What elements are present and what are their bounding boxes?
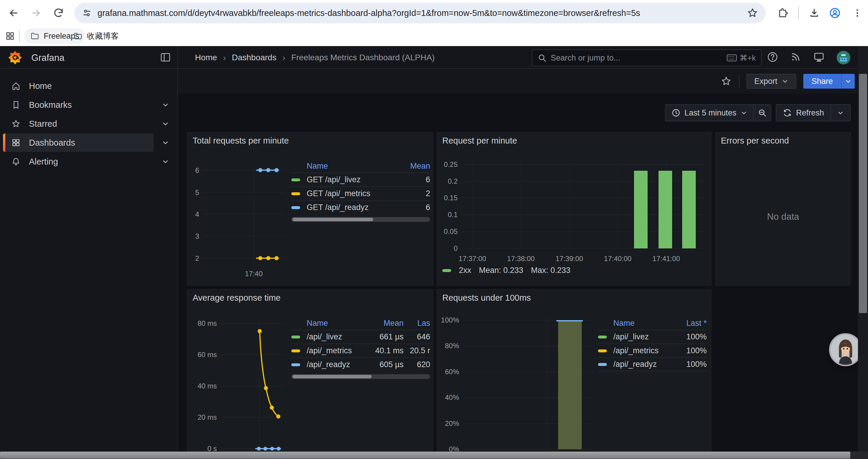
vertical-scrollbar-thumb[interactable] xyxy=(859,74,867,313)
forward-icon[interactable] xyxy=(30,6,42,20)
search-icon xyxy=(538,54,547,62)
share-menu-button[interactable] xyxy=(841,74,855,89)
legend-scrollbar[interactable] xyxy=(291,217,430,222)
series-name[interactable]: /api/_metrics xyxy=(613,346,674,355)
series-name[interactable]: GET /api/_metrics xyxy=(307,189,409,198)
series-name[interactable]: GET /api/_livez xyxy=(307,175,409,184)
dashboard-actions-bar: Export Share xyxy=(178,69,868,94)
chevron-down-icon[interactable] xyxy=(154,152,177,171)
svg-text:17:37:00: 17:37:00 xyxy=(459,255,486,263)
reload-icon[interactable] xyxy=(52,6,65,20)
export-label: Export xyxy=(754,77,777,86)
apps-grid-icon[interactable] xyxy=(4,30,17,42)
search-input[interactable]: Search or jump to... ⌘+k xyxy=(532,49,762,66)
legend-header-mean[interactable]: Mean xyxy=(409,162,430,171)
back-icon[interactable] xyxy=(7,6,20,20)
chevron-down-icon[interactable] xyxy=(154,114,177,133)
sidebar-item-alerting[interactable]: Alerting xyxy=(0,152,177,171)
grafana-wordmark[interactable]: Grafana xyxy=(31,53,64,63)
p4-legend: Name Mean Las /api/_livez 661 µs 646 /ap… xyxy=(291,317,430,379)
panel-title[interactable]: Errors per second xyxy=(721,136,789,145)
user-avatar[interactable] xyxy=(837,51,850,64)
breadcrumb: Home › Dashboards › Freeleaps Metrics Da… xyxy=(195,46,435,69)
actions-divider xyxy=(739,75,740,88)
browser-menu-icon[interactable] xyxy=(851,6,864,20)
news-rss-icon[interactable] xyxy=(790,52,801,64)
site-settings-icon[interactable] xyxy=(82,8,92,18)
series-name[interactable]: /api/_readyz xyxy=(307,360,362,369)
sidebar-toggle-icon[interactable] xyxy=(160,53,170,63)
time-range-button[interactable]: Last 5 minutes xyxy=(665,105,754,121)
legend-row[interactable]: /api/_livez 100% xyxy=(598,330,707,343)
bookmark-icon xyxy=(11,100,21,109)
series-swatch-blue xyxy=(291,206,300,209)
legend-row[interactable]: GET /api/_metrics 2 xyxy=(291,186,430,200)
sidebar-item-starred[interactable]: Starred xyxy=(0,114,177,133)
under-100ms-area xyxy=(556,321,583,449)
legend-row[interactable]: /api/_livez 661 µs 646 xyxy=(291,330,430,343)
refresh-interval-button[interactable] xyxy=(831,105,850,121)
horizontal-scrollbar[interactable] xyxy=(0,451,868,459)
extensions-icon[interactable] xyxy=(776,6,789,20)
series-name[interactable]: /api/_livez xyxy=(307,332,362,341)
chevron-down-icon[interactable] xyxy=(154,95,177,114)
favorite-star-icon[interactable] xyxy=(720,76,732,87)
series-max: Max: 0.233 xyxy=(531,266,570,275)
chevron-down-icon[interactable] xyxy=(154,133,177,152)
bookmark-star-icon[interactable] xyxy=(747,7,758,19)
sidebar-item-label: Starred xyxy=(29,119,57,129)
help-icon[interactable] xyxy=(767,52,778,64)
legend-row[interactable]: /api/_metrics 100% xyxy=(598,343,707,357)
legend-scrollbar[interactable] xyxy=(291,374,430,379)
legend-header-name[interactable]: Name xyxy=(307,162,409,171)
sidebar-item-dashboards[interactable]: Dashboards xyxy=(0,133,177,152)
breadcrumb-home[interactable]: Home xyxy=(195,53,217,62)
grafana-logo[interactable] xyxy=(8,51,22,66)
toolbar-divider xyxy=(798,6,799,20)
series-name[interactable]: /api/_metrics xyxy=(307,346,362,355)
chevron-down-icon xyxy=(837,109,844,117)
legend-header-mean[interactable]: Mean xyxy=(362,319,404,328)
svg-text:40%: 40% xyxy=(445,393,459,401)
legend-header-last[interactable]: Last * xyxy=(674,319,707,328)
profile-icon[interactable] xyxy=(829,6,841,20)
legend-row[interactable]: /api/_readyz 605 µs 620 xyxy=(291,357,430,371)
legend-row[interactable]: /api/_readyz 100% xyxy=(598,357,707,371)
search-shortcut: ⌘+k xyxy=(727,54,756,63)
breadcrumb-dashboards[interactable]: Dashboards xyxy=(232,53,277,62)
legend-header-name[interactable]: Name xyxy=(613,319,674,328)
legend-header-last[interactable]: Las xyxy=(404,319,430,328)
panel-total-requests: Total requests per minute 6 5 4 3 2 17:4… xyxy=(187,132,433,286)
share-button[interactable]: Share xyxy=(803,74,841,89)
assistant-avatar[interactable] xyxy=(829,333,862,366)
legend-header-name[interactable]: Name xyxy=(307,319,362,328)
series-name[interactable]: GET /api/_readyz xyxy=(307,203,409,212)
url-bar[interactable]: grafana.mathmast.com/d/deytv4rwavabkb/fr… xyxy=(74,3,766,23)
downloads-icon[interactable] xyxy=(808,6,821,20)
no-data-message: No data xyxy=(716,211,850,222)
folder-icon xyxy=(30,31,39,41)
vertical-scrollbar[interactable] xyxy=(858,46,868,459)
bookmark-folder-blogs[interactable]: 收藏博客 xyxy=(67,28,125,44)
svg-text:17:41:00: 17:41:00 xyxy=(652,255,680,263)
legend-row[interactable]: /api/_metrics 40.1 ms 20.5 r xyxy=(291,343,430,357)
refresh-button[interactable]: Refresh xyxy=(776,105,831,121)
series-name[interactable]: 2xx xyxy=(459,266,471,275)
legend-row[interactable]: GET /api/_livez 6 xyxy=(291,172,430,186)
monitor-icon[interactable] xyxy=(813,52,825,64)
series-last: 620 xyxy=(404,360,430,369)
legend-row[interactable]: GET /api/_readyz 6 xyxy=(291,200,430,214)
url-text[interactable]: grafana.mathmast.com/d/deytv4rwavabkb/fr… xyxy=(97,8,747,18)
readyz-line xyxy=(256,168,279,172)
export-button[interactable]: Export xyxy=(747,74,796,89)
nav-spacer xyxy=(154,76,177,95)
series-name[interactable]: /api/_livez xyxy=(613,332,674,341)
series-mean: 2 xyxy=(409,189,430,198)
series-name[interactable]: /api/_readyz xyxy=(613,360,674,369)
series-swatch-blue xyxy=(598,363,607,366)
horizontal-scrollbar-thumb[interactable] xyxy=(0,452,850,459)
sidebar-item-bookmarks[interactable]: Bookmarks xyxy=(0,95,177,114)
chevron-down-icon xyxy=(845,78,852,85)
zoom-out-button[interactable] xyxy=(754,105,771,121)
sidebar-item-home[interactable]: Home xyxy=(0,76,177,95)
